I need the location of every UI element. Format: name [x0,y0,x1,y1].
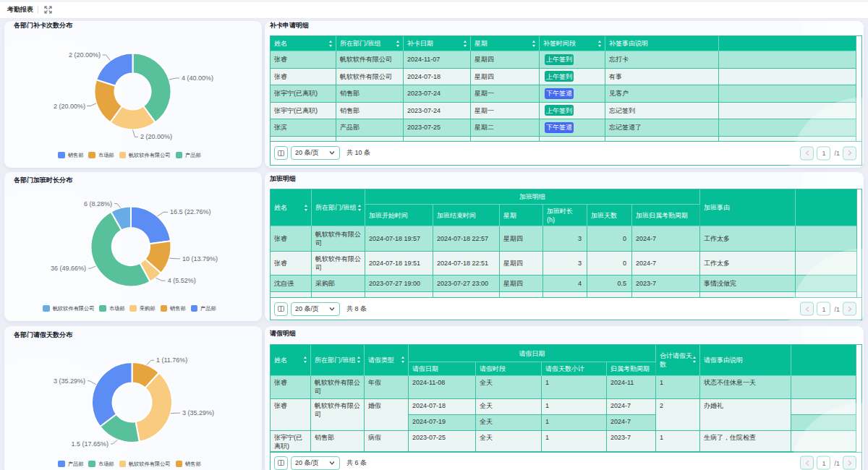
svg-text:3 (35.29%): 3 (35.29%) [54,377,85,385]
svg-text:1.5 (17.65%): 1.5 (17.65%) [71,440,109,448]
svg-text:16.5 (22.76%): 16.5 (22.76%) [170,208,211,215]
svg-text:2 (20.00%): 2 (20.00%) [69,51,101,59]
svg-text:36 (49.66%): 36 (49.66%) [51,265,86,272]
svg-text:4 (40.00%): 4 (40.00%) [182,74,213,82]
svg-text:2 (20.00%): 2 (20.00%) [54,103,85,110]
svg-text:10 (13.79%): 10 (13.79%) [182,255,218,262]
svg-text:1 (11.76%): 1 (11.76%) [156,356,187,364]
svg-text:2 (20.00%): 2 (20.00%) [140,133,172,140]
svg-text:4 (5.52%): 4 (5.52%) [168,277,196,284]
svg-text:6 (8.28%): 6 (8.28%) [84,200,112,208]
svg-text:3 (35.29%): 3 (35.29%) [182,409,214,416]
